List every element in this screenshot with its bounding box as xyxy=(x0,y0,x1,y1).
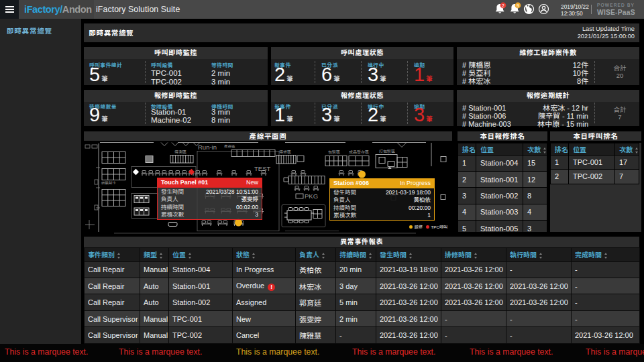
svg-text:2: 2 xyxy=(502,3,504,8)
svg-text:打包裝區: 打包裝區 xyxy=(379,149,395,154)
svg-text:產品區: 產品區 xyxy=(224,143,235,147)
svg-text:9: 9 xyxy=(517,3,519,8)
svg-text:待測區: 待測區 xyxy=(174,149,186,154)
svg-text:包裝區: 包裝區 xyxy=(328,150,340,154)
svg-text:待修區: 待修區 xyxy=(279,149,291,154)
svg-text:Run-in: Run-in xyxy=(198,143,217,151)
svg-text:TEST: TEST xyxy=(254,165,270,172)
svg-text:組裝制卡: 組裝制卡 xyxy=(101,180,117,184)
svg-text:PKG: PKG xyxy=(305,192,318,200)
svg-text:成品暫存區: 成品暫存區 xyxy=(349,149,369,154)
